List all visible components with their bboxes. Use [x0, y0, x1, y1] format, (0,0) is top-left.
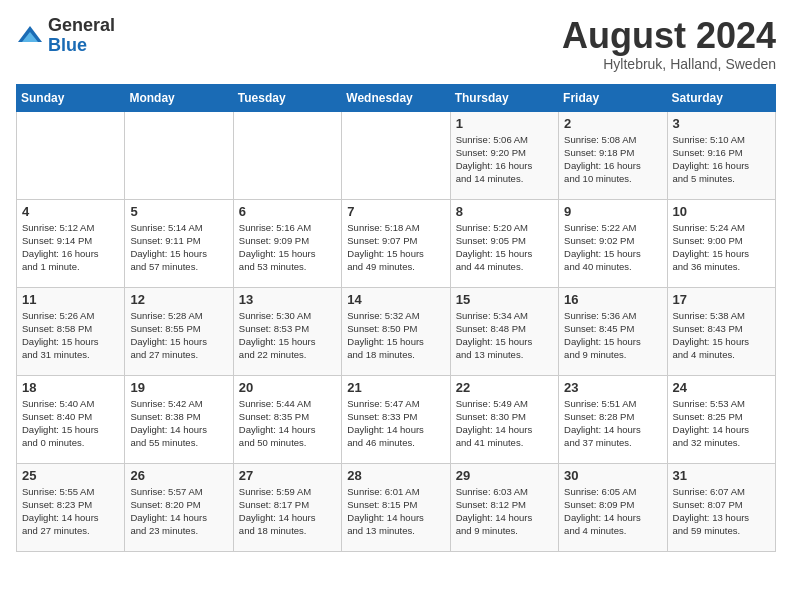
- day-info: Sunrise: 6:05 AM Sunset: 8:09 PM Dayligh…: [564, 485, 661, 538]
- day-number: 10: [673, 204, 770, 219]
- logo-general: General: [48, 15, 115, 35]
- weekday-header-saturday: Saturday: [667, 84, 775, 111]
- day-number: 1: [456, 116, 553, 131]
- day-number: 26: [130, 468, 227, 483]
- day-cell: 24Sunrise: 5:53 AM Sunset: 8:25 PM Dayli…: [667, 375, 775, 463]
- day-cell: [233, 111, 341, 199]
- day-cell: 20Sunrise: 5:44 AM Sunset: 8:35 PM Dayli…: [233, 375, 341, 463]
- logo-text: General Blue: [48, 16, 115, 56]
- month-year: August 2024: [562, 16, 776, 56]
- day-number: 11: [22, 292, 119, 307]
- day-number: 2: [564, 116, 661, 131]
- day-cell: 13Sunrise: 5:30 AM Sunset: 8:53 PM Dayli…: [233, 287, 341, 375]
- day-cell: 7Sunrise: 5:18 AM Sunset: 9:07 PM Daylig…: [342, 199, 450, 287]
- location: Hyltebruk, Halland, Sweden: [562, 56, 776, 72]
- day-cell: 5Sunrise: 5:14 AM Sunset: 9:11 PM Daylig…: [125, 199, 233, 287]
- day-number: 27: [239, 468, 336, 483]
- day-info: Sunrise: 5:12 AM Sunset: 9:14 PM Dayligh…: [22, 221, 119, 274]
- day-info: Sunrise: 6:03 AM Sunset: 8:12 PM Dayligh…: [456, 485, 553, 538]
- week-row-0: 1Sunrise: 5:06 AM Sunset: 9:20 PM Daylig…: [17, 111, 776, 199]
- day-info: Sunrise: 5:24 AM Sunset: 9:00 PM Dayligh…: [673, 221, 770, 274]
- day-number: 8: [456, 204, 553, 219]
- week-row-4: 25Sunrise: 5:55 AM Sunset: 8:23 PM Dayli…: [17, 463, 776, 551]
- day-info: Sunrise: 5:55 AM Sunset: 8:23 PM Dayligh…: [22, 485, 119, 538]
- day-number: 29: [456, 468, 553, 483]
- week-row-3: 18Sunrise: 5:40 AM Sunset: 8:40 PM Dayli…: [17, 375, 776, 463]
- day-cell: 4Sunrise: 5:12 AM Sunset: 9:14 PM Daylig…: [17, 199, 125, 287]
- day-cell: 31Sunrise: 6:07 AM Sunset: 8:07 PM Dayli…: [667, 463, 775, 551]
- day-cell: [125, 111, 233, 199]
- weekday-header-row: SundayMondayTuesdayWednesdayThursdayFrid…: [17, 84, 776, 111]
- day-cell: 16Sunrise: 5:36 AM Sunset: 8:45 PM Dayli…: [559, 287, 667, 375]
- logo-icon: [16, 22, 44, 50]
- day-cell: 21Sunrise: 5:47 AM Sunset: 8:33 PM Dayli…: [342, 375, 450, 463]
- day-cell: 12Sunrise: 5:28 AM Sunset: 8:55 PM Dayli…: [125, 287, 233, 375]
- day-cell: 2Sunrise: 5:08 AM Sunset: 9:18 PM Daylig…: [559, 111, 667, 199]
- day-number: 20: [239, 380, 336, 395]
- day-number: 3: [673, 116, 770, 131]
- day-info: Sunrise: 5:16 AM Sunset: 9:09 PM Dayligh…: [239, 221, 336, 274]
- day-cell: 8Sunrise: 5:20 AM Sunset: 9:05 PM Daylig…: [450, 199, 558, 287]
- day-number: 30: [564, 468, 661, 483]
- day-cell: 27Sunrise: 5:59 AM Sunset: 8:17 PM Dayli…: [233, 463, 341, 551]
- title-block: August 2024 Hyltebruk, Halland, Sweden: [562, 16, 776, 72]
- day-number: 4: [22, 204, 119, 219]
- day-info: Sunrise: 6:01 AM Sunset: 8:15 PM Dayligh…: [347, 485, 444, 538]
- day-info: Sunrise: 5:42 AM Sunset: 8:38 PM Dayligh…: [130, 397, 227, 450]
- logo-blue: Blue: [48, 35, 87, 55]
- day-cell: 26Sunrise: 5:57 AM Sunset: 8:20 PM Dayli…: [125, 463, 233, 551]
- day-info: Sunrise: 5:47 AM Sunset: 8:33 PM Dayligh…: [347, 397, 444, 450]
- day-number: 19: [130, 380, 227, 395]
- day-number: 16: [564, 292, 661, 307]
- day-number: 9: [564, 204, 661, 219]
- day-number: 31: [673, 468, 770, 483]
- day-cell: 6Sunrise: 5:16 AM Sunset: 9:09 PM Daylig…: [233, 199, 341, 287]
- day-info: Sunrise: 5:08 AM Sunset: 9:18 PM Dayligh…: [564, 133, 661, 186]
- day-info: Sunrise: 5:18 AM Sunset: 9:07 PM Dayligh…: [347, 221, 444, 274]
- day-info: Sunrise: 5:44 AM Sunset: 8:35 PM Dayligh…: [239, 397, 336, 450]
- day-info: Sunrise: 6:07 AM Sunset: 8:07 PM Dayligh…: [673, 485, 770, 538]
- day-cell: 17Sunrise: 5:38 AM Sunset: 8:43 PM Dayli…: [667, 287, 775, 375]
- weekday-header-monday: Monday: [125, 84, 233, 111]
- day-number: 24: [673, 380, 770, 395]
- day-info: Sunrise: 5:28 AM Sunset: 8:55 PM Dayligh…: [130, 309, 227, 362]
- day-info: Sunrise: 5:10 AM Sunset: 9:16 PM Dayligh…: [673, 133, 770, 186]
- day-number: 21: [347, 380, 444, 395]
- day-cell: 14Sunrise: 5:32 AM Sunset: 8:50 PM Dayli…: [342, 287, 450, 375]
- week-row-1: 4Sunrise: 5:12 AM Sunset: 9:14 PM Daylig…: [17, 199, 776, 287]
- day-info: Sunrise: 5:40 AM Sunset: 8:40 PM Dayligh…: [22, 397, 119, 450]
- day-cell: 10Sunrise: 5:24 AM Sunset: 9:00 PM Dayli…: [667, 199, 775, 287]
- day-info: Sunrise: 5:38 AM Sunset: 8:43 PM Dayligh…: [673, 309, 770, 362]
- day-number: 14: [347, 292, 444, 307]
- day-info: Sunrise: 5:26 AM Sunset: 8:58 PM Dayligh…: [22, 309, 119, 362]
- day-info: Sunrise: 5:22 AM Sunset: 9:02 PM Dayligh…: [564, 221, 661, 274]
- day-number: 5: [130, 204, 227, 219]
- day-cell: [342, 111, 450, 199]
- day-cell: 19Sunrise: 5:42 AM Sunset: 8:38 PM Dayli…: [125, 375, 233, 463]
- day-cell: 23Sunrise: 5:51 AM Sunset: 8:28 PM Dayli…: [559, 375, 667, 463]
- day-number: 22: [456, 380, 553, 395]
- logo: General Blue: [16, 16, 115, 56]
- day-cell: 15Sunrise: 5:34 AM Sunset: 8:48 PM Dayli…: [450, 287, 558, 375]
- day-number: 7: [347, 204, 444, 219]
- day-cell: 25Sunrise: 5:55 AM Sunset: 8:23 PM Dayli…: [17, 463, 125, 551]
- day-info: Sunrise: 5:51 AM Sunset: 8:28 PM Dayligh…: [564, 397, 661, 450]
- day-cell: 18Sunrise: 5:40 AM Sunset: 8:40 PM Dayli…: [17, 375, 125, 463]
- day-info: Sunrise: 5:32 AM Sunset: 8:50 PM Dayligh…: [347, 309, 444, 362]
- day-info: Sunrise: 5:57 AM Sunset: 8:20 PM Dayligh…: [130, 485, 227, 538]
- day-info: Sunrise: 5:53 AM Sunset: 8:25 PM Dayligh…: [673, 397, 770, 450]
- day-number: 13: [239, 292, 336, 307]
- day-number: 17: [673, 292, 770, 307]
- day-info: Sunrise: 5:30 AM Sunset: 8:53 PM Dayligh…: [239, 309, 336, 362]
- day-number: 18: [22, 380, 119, 395]
- day-cell: 1Sunrise: 5:06 AM Sunset: 9:20 PM Daylig…: [450, 111, 558, 199]
- day-info: Sunrise: 5:59 AM Sunset: 8:17 PM Dayligh…: [239, 485, 336, 538]
- day-cell: 3Sunrise: 5:10 AM Sunset: 9:16 PM Daylig…: [667, 111, 775, 199]
- day-number: 6: [239, 204, 336, 219]
- weekday-header-friday: Friday: [559, 84, 667, 111]
- day-cell: 9Sunrise: 5:22 AM Sunset: 9:02 PM Daylig…: [559, 199, 667, 287]
- day-info: Sunrise: 5:49 AM Sunset: 8:30 PM Dayligh…: [456, 397, 553, 450]
- day-cell: 30Sunrise: 6:05 AM Sunset: 8:09 PM Dayli…: [559, 463, 667, 551]
- day-number: 23: [564, 380, 661, 395]
- week-row-2: 11Sunrise: 5:26 AM Sunset: 8:58 PM Dayli…: [17, 287, 776, 375]
